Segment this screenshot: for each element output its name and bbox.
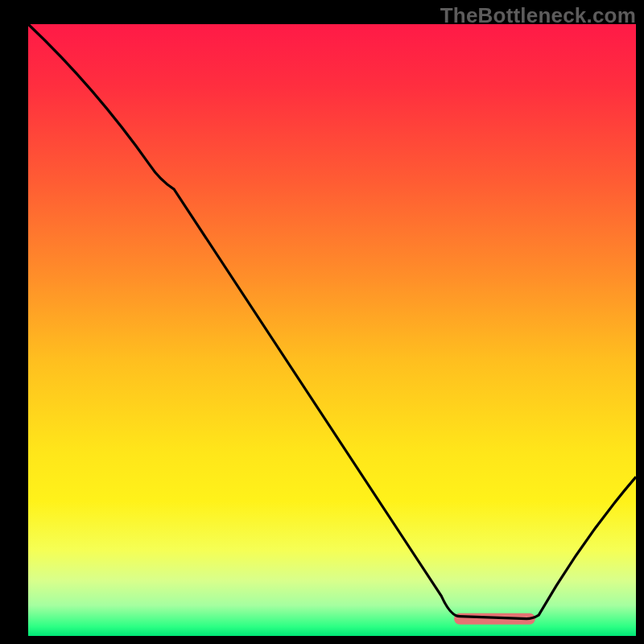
plot-background [28,24,636,636]
chart-svg [0,0,644,644]
chart-root: TheBottleneck.com [0,0,644,644]
